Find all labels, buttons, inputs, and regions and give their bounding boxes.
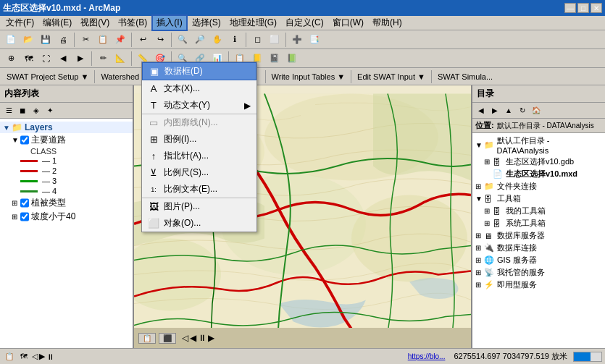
- picture-label: 图片(P)...: [164, 200, 200, 213]
- insert-north-item[interactable]: ↑ 指北针(A)...: [142, 148, 256, 164]
- insert-scale-text-item[interactable]: 1: 比例文本(E)...: [142, 181, 256, 198]
- insert-dataframe-item[interactable]: ▣ 数据框(D): [142, 62, 256, 80]
- scale-text-label: 比例文本(E)...: [164, 183, 217, 195]
- north-icon: ↑: [148, 151, 159, 162]
- insert-dynamic-text-item[interactable]: T 动态文本(Y) ▶: [142, 97, 256, 114]
- scale-label: 比例尺(S)...: [164, 166, 209, 179]
- dynamic-text-label: 动态文本(Y): [164, 99, 210, 111]
- insert-picture-item[interactable]: 🖼 图片(P)...: [142, 198, 256, 215]
- arrow-icon: ▶: [244, 101, 251, 111]
- insert-legend-item[interactable]: ⊞ 图例(I)...: [142, 131, 256, 148]
- legend-label: 图例(I)...: [164, 133, 196, 145]
- menu-overlay[interactable]: ▣ 数据框(D) A 文本(X)... T 动态文本(Y) ▶ ▭ 内图廓线(N…: [0, 0, 605, 364]
- insert-object-item[interactable]: ⬜ 对象(O)...: [142, 215, 256, 232]
- dataframe-label: 数据框(D): [164, 65, 203, 77]
- picture-icon: 🖼: [148, 201, 159, 213]
- scale-text-icon: 1:: [148, 184, 159, 195]
- dataframe-icon: ▣: [149, 66, 160, 77]
- object-label: 对象(O)...: [164, 217, 201, 229]
- north-label: 指北针(A)...: [164, 150, 209, 162]
- insert-inner-line-item[interactable]: ▭ 内图廓线(N)...: [142, 114, 256, 131]
- legend-icon: ⊞: [148, 134, 159, 145]
- scale-icon: ⊻: [148, 167, 159, 179]
- inner-line-icon: ▭: [148, 117, 159, 129]
- text-menu-icon: A: [148, 83, 159, 95]
- insert-scale-item[interactable]: ⊻ 比例尺(S)...: [142, 164, 256, 181]
- inner-line-label: 内图廓线(N)...: [164, 117, 218, 129]
- dynamic-text-icon: T: [148, 100, 159, 111]
- text-menu-label: 文本(X)...: [164, 82, 200, 95]
- insert-dropdown: ▣ 数据框(D) A 文本(X)... T 动态文本(Y) ▶ ▭ 内图廓线(N…: [141, 62, 257, 232]
- insert-text-item[interactable]: A 文本(X)...: [142, 80, 256, 97]
- object-icon: ⬜: [148, 218, 159, 229]
